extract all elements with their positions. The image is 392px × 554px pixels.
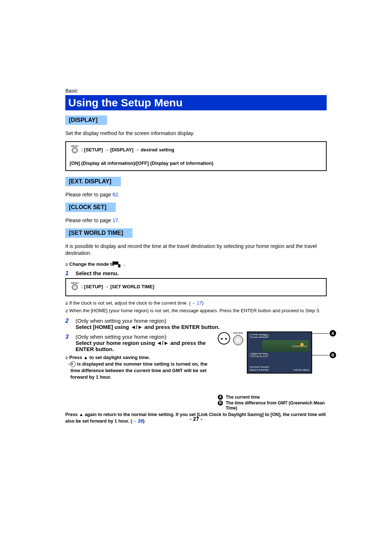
display-description: Set the display method for the screen in…	[65, 130, 327, 137]
callout-legend: A The current time B The time difference…	[218, 395, 327, 411]
dpad-icon: ◄►	[218, 332, 230, 345]
section-display-label: [DISPLAY]	[65, 115, 107, 125]
screen-city: Casablanca	[292, 345, 307, 348]
step-3-pre: (Only when setting your home region)	[75, 334, 214, 340]
world-time-note-1: If the clock is not set, adjust the cloc…	[65, 300, 327, 306]
callout-line-b	[311, 355, 329, 355]
legend-a-marker: A	[218, 395, 223, 400]
legend-b-marker: B	[218, 400, 223, 406]
world-time-note-2: When the [HOME] (your home region) is no…	[65, 307, 327, 314]
page-link-62[interactable]: 62	[113, 192, 118, 197]
ext-display-ref: Please refer to page 62.	[65, 191, 327, 198]
record-mode-icon: ▝▀▖	[116, 261, 122, 268]
screen-daylight-label: DAYLIGHT SAVING	[250, 366, 269, 368]
change-mode-note: Change the mode to ▝▀▖ .	[65, 261, 327, 268]
step-3-number: 3	[65, 334, 70, 352]
legend-a-text: The current time	[226, 395, 260, 400]
step-1-text: Select the menu.	[75, 270, 119, 276]
controller-illustration: ◄► ENTER	[218, 331, 243, 345]
screen-time: ⌂ 1 2 : 3 4 PM	[250, 334, 269, 338]
clock-set-ref: Please refer to page 17.	[65, 217, 327, 224]
display-menu-box: MENU : [SETUP] → [DISPLAY] → desired set…	[65, 141, 327, 171]
step-3: 3 (Only when setting your home region) S…	[65, 334, 214, 352]
enter-button-icon: ENTER	[233, 331, 243, 345]
daylight-saving-note: Press ▲ to set daylight saving time. ☼④ …	[65, 354, 214, 381]
step-2-number: 2	[65, 318, 70, 330]
display-menu-path: : [SETUP] → [DISPLAY] → desired setting	[81, 147, 175, 152]
screen-gmt: GMT ▸ 0 : 0 0	[250, 353, 268, 357]
menu-icon: MENU	[70, 282, 80, 293]
screen-cancel-label: CANCEL MENU	[294, 369, 309, 371]
daylight-saving-icon: ☼④	[70, 361, 75, 367]
step-2-pre: (Only when setting your home region)	[75, 318, 327, 324]
callout-a: A	[330, 330, 336, 337]
page-title: Using the Setup Menu	[65, 95, 327, 110]
step-3-instruction: Select your home region using ◄/► and pr…	[75, 340, 214, 352]
page-link-17[interactable]: 17	[113, 217, 118, 223]
world-time-description: It is possible to display and record the…	[65, 243, 327, 257]
section-world-time-label: [SET WORLD TIME]	[65, 228, 132, 238]
screen-select-label: SELECT ⊕ ENTER	[250, 369, 269, 371]
callout-b: B	[330, 352, 336, 358]
menu-icon: MENU	[70, 145, 80, 156]
page-number: - 27 -	[0, 416, 392, 422]
legend-b-text: The time difference from GMT (Greenwich …	[226, 400, 327, 411]
step-1: 1 Select the menu.	[65, 270, 327, 277]
display-options: [ON] (Display all information)/[OFF] (Di…	[70, 160, 213, 166]
page-link-17b[interactable]: → 17	[191, 300, 202, 306]
lcd-screen-illustration: ⌂ 1 2 : 3 4 PM Casablanca GMT ▸ 0 : 0 0 …	[247, 331, 312, 374]
callout-line-a	[311, 333, 329, 334]
world-time-menu-path: : [SETUP] → [SET WORLD TIME]	[81, 284, 154, 290]
step-2-instruction: Select [HOME] using ◄/► and press the EN…	[75, 324, 327, 330]
step-2: 2 (Only when setting your home region) S…	[65, 318, 327, 330]
category-label: Basic	[65, 88, 327, 94]
step-1-number: 1	[65, 270, 70, 277]
world-time-menu-box: MENU : [SETUP] → [SET WORLD TIME]	[65, 278, 327, 296]
section-clock-set-label: [CLOCK SET]	[65, 203, 116, 212]
section-ext-display-label: [EXT. DISPLAY]	[65, 177, 121, 186]
